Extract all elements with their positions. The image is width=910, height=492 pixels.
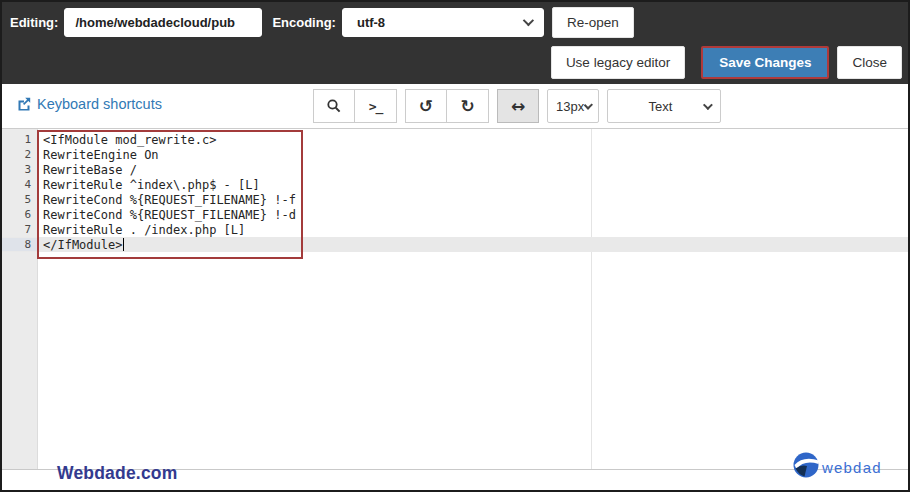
line-number: 4	[2, 178, 38, 191]
undo-icon: ↺	[419, 98, 433, 115]
font-size-select[interactable]: 13px	[547, 89, 599, 123]
search-group: >_	[313, 89, 397, 123]
word-wrap-icon: ↔	[511, 98, 525, 115]
code-line[interactable]: 5 RewriteCond %{REQUEST_FILENAME} !-f	[2, 192, 908, 207]
code-line-active[interactable]: 8 </IfModule>	[2, 237, 908, 252]
code-line[interactable]: 6 RewriteCond %{REQUEST_FILENAME} !-d	[2, 207, 908, 222]
save-changes-button[interactable]: Save Changes	[701, 46, 829, 79]
search-icon	[326, 98, 342, 114]
header-row-actions: Use legacy editor Save Changes Close	[551, 46, 902, 79]
code-line[interactable]: 1 <IfModule mod_rewrite.c>	[2, 132, 908, 147]
webdade-logo: webdade	[790, 448, 882, 488]
line-text: </IfModule>	[38, 238, 122, 252]
editing-label: Editing:	[10, 15, 58, 30]
encoding-value: utf-8	[357, 15, 385, 30]
keyboard-shortcuts-label: Keyboard shortcuts	[37, 96, 162, 112]
word-wrap-toggle[interactable]: ↔	[497, 89, 539, 123]
line-number: 6	[2, 208, 38, 221]
line-number: 2	[2, 148, 38, 161]
logo-wordmark: webdade	[821, 459, 882, 476]
line-text: RewriteCond %{REQUEST_FILENAME} !-f	[38, 193, 296, 207]
file-path-input[interactable]: /home/webdadecloud/pub	[64, 8, 262, 37]
line-number: 8	[2, 238, 38, 251]
external-link-icon	[17, 97, 31, 111]
chevron-down-icon	[584, 100, 593, 109]
wrap-group: ↔	[497, 89, 539, 123]
line-text: RewriteRule . /index.php [L]	[38, 223, 245, 237]
search-button[interactable]	[313, 89, 355, 123]
redo-icon: ↻	[460, 98, 474, 115]
line-text: <IfModule mod_rewrite.c>	[38, 133, 216, 147]
code-line[interactable]: 7 RewriteRule . /index.php [L]	[2, 222, 908, 237]
undo-redo-group: ↺ ↻	[405, 89, 489, 123]
redo-button[interactable]: ↻	[447, 89, 489, 123]
line-text: RewriteRule ^index\.php$ - [L]	[38, 178, 260, 192]
code-editor-surface[interactable]: 1 <IfModule mod_rewrite.c> 2 RewriteEngi…	[2, 129, 908, 470]
header-row-file: Editing: /home/webdadecloud/pub Encoding…	[2, 2, 908, 42]
code-line[interactable]: 4 RewriteRule ^index\.php$ - [L]	[2, 177, 908, 192]
code-lines: 1 <IfModule mod_rewrite.c> 2 RewriteEngi…	[2, 132, 908, 252]
line-number: 1	[2, 133, 38, 146]
terminal-icon: >_	[369, 99, 383, 114]
keyboard-shortcuts-link[interactable]: Keyboard shortcuts	[17, 96, 162, 112]
syntax-mode-select[interactable]: Text	[607, 89, 721, 123]
line-text: RewriteCond %{REQUEST_FILENAME} !-d	[38, 208, 296, 222]
line-text: RewriteBase /	[38, 163, 137, 177]
chevron-down-icon	[523, 15, 534, 26]
header: Editing: /home/webdadecloud/pub Encoding…	[2, 2, 908, 84]
syntax-mode-value: Text	[618, 99, 703, 114]
close-button[interactable]: Close	[837, 46, 902, 79]
terminal-button[interactable]: >_	[355, 89, 397, 123]
watermark-text: Webdade.com	[57, 463, 178, 484]
line-number: 3	[2, 163, 38, 176]
font-size-value: 13px	[556, 99, 584, 114]
undo-button[interactable]: ↺	[405, 89, 447, 123]
line-text: RewriteEngine On	[38, 148, 159, 162]
line-number: 5	[2, 193, 38, 206]
chevron-down-icon	[703, 100, 713, 110]
use-legacy-editor-button[interactable]: Use legacy editor	[551, 46, 685, 79]
toolbar-buttons: >_ ↺ ↻ ↔ 13px Tex	[313, 89, 729, 123]
code-line[interactable]: 2 RewriteEngine On	[2, 147, 908, 162]
code-line[interactable]: 3 RewriteBase /	[2, 162, 908, 177]
text-cursor	[123, 238, 125, 251]
editor-toolbar: Keyboard shortcuts >_ ↺	[2, 84, 908, 129]
editor-window: Editing: /home/webdadecloud/pub Encoding…	[0, 0, 910, 492]
encoding-select[interactable]: utf-8	[342, 8, 544, 37]
encoding-label: Encoding:	[272, 15, 336, 30]
reopen-button[interactable]: Re-open	[552, 7, 634, 38]
line-number: 7	[2, 223, 38, 236]
